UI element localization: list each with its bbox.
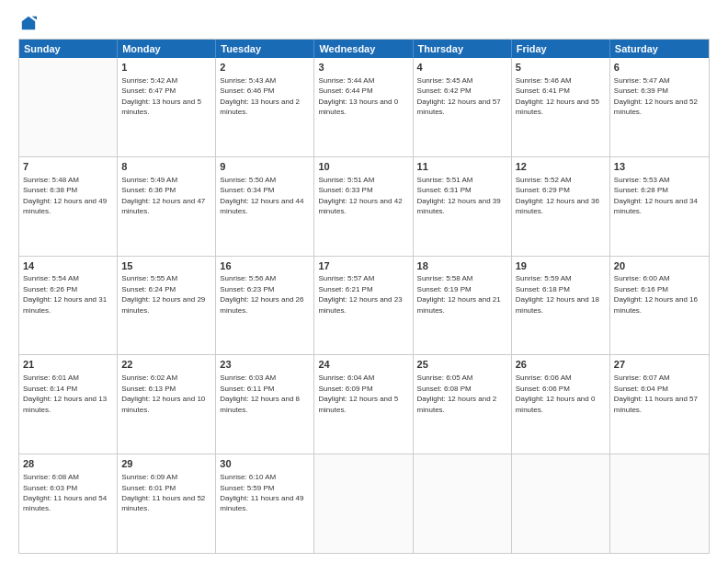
cell-info: Sunrise: 6:02 AM Sunset: 6:13 PM Dayligh… [121,373,205,413]
day-number: 6 [614,61,705,75]
header [18,15,710,31]
day-number: 20 [614,259,705,273]
day-number: 27 [614,358,705,372]
day-number: 1 [121,61,211,75]
day-number: 29 [121,457,211,471]
calendar-row-0: 1Sunrise: 5:42 AM Sunset: 6:47 PM Daylig… [19,58,709,157]
cell-info: Sunrise: 5:51 AM Sunset: 6:31 PM Dayligh… [417,176,501,215]
header-day-sunday: Sunday [19,40,118,58]
day-cell-26: 26Sunrise: 6:06 AM Sunset: 6:06 PM Dayli… [512,355,610,454]
day-number: 4 [417,61,507,75]
day-cell-28: 28Sunrise: 6:08 AM Sunset: 6:03 PM Dayli… [19,454,118,553]
svg-marker-0 [22,17,35,29]
header-day-friday: Friday [512,40,610,58]
day-number: 5 [516,61,606,75]
day-cell-20: 20Sunrise: 6:00 AM Sunset: 6:16 PM Dayli… [610,257,709,355]
header-day-monday: Monday [118,40,216,58]
cell-info: Sunrise: 5:51 AM Sunset: 6:33 PM Dayligh… [318,176,402,215]
empty-cell [512,454,610,553]
cell-info: Sunrise: 6:05 AM Sunset: 6:08 PM Dayligh… [417,373,497,413]
day-cell-16: 16Sunrise: 5:56 AM Sunset: 6:23 PM Dayli… [216,257,314,355]
cell-info: Sunrise: 6:09 AM Sunset: 6:01 PM Dayligh… [121,473,205,512]
day-number: 30 [220,457,310,471]
logo [18,15,37,31]
day-cell-11: 11Sunrise: 5:51 AM Sunset: 6:31 PM Dayli… [414,157,512,256]
day-number: 26 [516,358,606,372]
day-number: 13 [614,160,705,174]
day-number: 22 [121,358,211,372]
day-cell-4: 4Sunrise: 5:45 AM Sunset: 6:42 PM Daylig… [414,58,512,156]
cell-info: Sunrise: 6:10 AM Sunset: 5:59 PM Dayligh… [220,473,303,512]
day-cell-22: 22Sunrise: 6:02 AM Sunset: 6:13 PM Dayli… [118,355,216,454]
day-number: 11 [417,160,507,174]
day-cell-5: 5Sunrise: 5:46 AM Sunset: 6:41 PM Daylig… [512,58,610,156]
day-cell-19: 19Sunrise: 5:59 AM Sunset: 6:18 PM Dayli… [512,257,610,355]
day-number: 19 [516,259,606,273]
day-cell-2: 2Sunrise: 5:43 AM Sunset: 6:46 PM Daylig… [216,58,314,156]
day-cell-15: 15Sunrise: 5:55 AM Sunset: 6:24 PM Dayli… [118,257,216,355]
calendar-body: 1Sunrise: 5:42 AM Sunset: 6:47 PM Daylig… [19,58,709,553]
cell-info: Sunrise: 6:00 AM Sunset: 6:16 PM Dayligh… [614,274,698,314]
day-number: 12 [516,160,606,174]
day-number: 16 [220,259,310,273]
day-cell-17: 17Sunrise: 5:57 AM Sunset: 6:21 PM Dayli… [314,257,413,355]
page: SundayMondayTuesdayWednesdayThursdayFrid… [0,0,728,563]
day-number: 9 [220,160,310,174]
day-cell-12: 12Sunrise: 5:52 AM Sunset: 6:29 PM Dayli… [512,157,610,256]
day-cell-21: 21Sunrise: 6:01 AM Sunset: 6:14 PM Dayli… [19,355,118,454]
day-number: 2 [220,61,310,75]
empty-cell [314,454,413,553]
cell-info: Sunrise: 5:52 AM Sunset: 6:29 PM Dayligh… [516,176,599,215]
day-number: 15 [121,259,211,273]
header-day-wednesday: Wednesday [314,40,413,58]
cell-info: Sunrise: 5:44 AM Sunset: 6:44 PM Dayligh… [318,76,398,116]
cell-info: Sunrise: 5:42 AM Sunset: 6:47 PM Dayligh… [121,76,201,116]
day-cell-24: 24Sunrise: 6:04 AM Sunset: 6:09 PM Dayli… [314,355,413,454]
cell-info: Sunrise: 6:03 AM Sunset: 6:11 PM Dayligh… [220,373,300,413]
calendar-row-2: 14Sunrise: 5:54 AM Sunset: 6:26 PM Dayli… [19,257,709,356]
day-cell-6: 6Sunrise: 5:47 AM Sunset: 6:39 PM Daylig… [610,58,709,156]
cell-info: Sunrise: 5:47 AM Sunset: 6:39 PM Dayligh… [614,76,698,116]
day-cell-29: 29Sunrise: 6:09 AM Sunset: 6:01 PM Dayli… [118,454,216,553]
logo-icon [20,15,37,31]
day-number: 8 [121,160,211,174]
cell-info: Sunrise: 6:04 AM Sunset: 6:09 PM Dayligh… [318,373,398,413]
day-cell-7: 7Sunrise: 5:48 AM Sunset: 6:38 PM Daylig… [19,157,118,256]
empty-cell [19,58,118,156]
cell-info: Sunrise: 5:49 AM Sunset: 6:36 PM Dayligh… [121,176,205,215]
cell-info: Sunrise: 5:59 AM Sunset: 6:18 PM Dayligh… [516,274,599,314]
empty-cell [610,454,709,553]
day-cell-23: 23Sunrise: 6:03 AM Sunset: 6:11 PM Dayli… [216,355,314,454]
calendar: SundayMondayTuesdayWednesdayThursdayFrid… [18,39,710,554]
header-day-tuesday: Tuesday [216,40,314,58]
cell-info: Sunrise: 6:08 AM Sunset: 6:03 PM Dayligh… [23,473,107,512]
cell-info: Sunrise: 5:58 AM Sunset: 6:19 PM Dayligh… [417,274,501,314]
day-cell-3: 3Sunrise: 5:44 AM Sunset: 6:44 PM Daylig… [314,58,413,156]
day-number: 7 [23,160,113,174]
day-number: 3 [318,61,408,75]
header-day-saturday: Saturday [610,40,709,58]
day-number: 21 [23,358,113,372]
day-number: 28 [23,457,113,471]
cell-info: Sunrise: 5:57 AM Sunset: 6:21 PM Dayligh… [318,274,402,314]
cell-info: Sunrise: 5:53 AM Sunset: 6:28 PM Dayligh… [614,176,698,215]
day-cell-10: 10Sunrise: 5:51 AM Sunset: 6:33 PM Dayli… [314,157,413,256]
day-number: 17 [318,259,408,273]
calendar-row-1: 7Sunrise: 5:48 AM Sunset: 6:38 PM Daylig… [19,157,709,257]
day-number: 25 [417,358,507,372]
day-number: 24 [318,358,408,372]
day-number: 18 [417,259,507,273]
day-cell-27: 27Sunrise: 6:07 AM Sunset: 6:04 PM Dayli… [610,355,709,454]
day-cell-8: 8Sunrise: 5:49 AM Sunset: 6:36 PM Daylig… [118,157,216,256]
day-cell-25: 25Sunrise: 6:05 AM Sunset: 6:08 PM Dayli… [414,355,512,454]
cell-info: Sunrise: 6:01 AM Sunset: 6:14 PM Dayligh… [23,373,107,413]
day-cell-13: 13Sunrise: 5:53 AM Sunset: 6:28 PM Dayli… [610,157,709,256]
day-number: 10 [318,160,408,174]
day-cell-18: 18Sunrise: 5:58 AM Sunset: 6:19 PM Dayli… [414,257,512,355]
cell-info: Sunrise: 5:48 AM Sunset: 6:38 PM Dayligh… [23,176,107,215]
cell-info: Sunrise: 5:50 AM Sunset: 6:34 PM Dayligh… [220,176,303,215]
cell-info: Sunrise: 5:45 AM Sunset: 6:42 PM Dayligh… [417,76,501,116]
calendar-header: SundayMondayTuesdayWednesdayThursdayFrid… [19,40,709,58]
cell-info: Sunrise: 5:46 AM Sunset: 6:41 PM Dayligh… [516,76,599,116]
day-number: 14 [23,259,113,273]
